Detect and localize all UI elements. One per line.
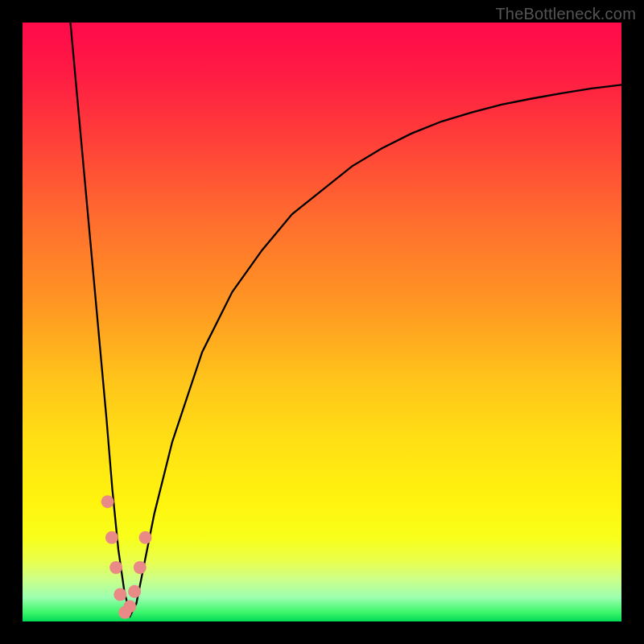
plot-area xyxy=(23,23,621,621)
highlight-dot xyxy=(105,531,118,544)
highlight-dot xyxy=(139,531,152,544)
highlight-dot xyxy=(109,561,122,574)
watermark-text: TheBottleneck.com xyxy=(495,5,636,23)
highlight-dot xyxy=(134,561,147,574)
highlight-dot xyxy=(128,585,141,598)
curve-svg xyxy=(23,23,621,621)
chart-frame: TheBottleneck.com xyxy=(0,0,644,644)
highlight-dot xyxy=(123,600,136,613)
bottleneck-curve xyxy=(71,23,622,616)
highlight-dot xyxy=(101,495,114,508)
highlight-dot xyxy=(114,588,126,601)
